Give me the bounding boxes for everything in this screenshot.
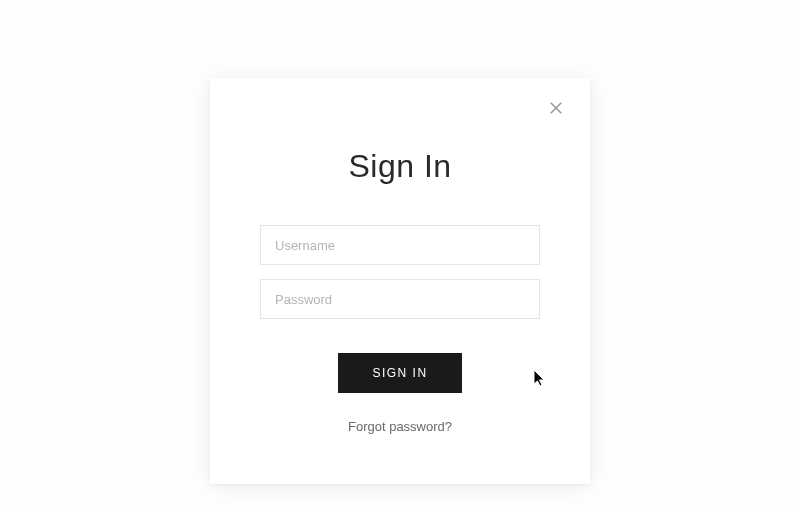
close-button[interactable] — [544, 98, 568, 122]
password-input[interactable] — [260, 279, 540, 319]
modal-title: Sign In — [260, 148, 540, 185]
username-input[interactable] — [260, 225, 540, 265]
forgot-password-link[interactable]: Forgot password? — [260, 419, 540, 434]
signin-button[interactable]: SIGN IN — [338, 353, 461, 393]
signin-modal: Sign In SIGN IN Forgot password? — [210, 78, 590, 484]
close-icon — [547, 99, 565, 121]
